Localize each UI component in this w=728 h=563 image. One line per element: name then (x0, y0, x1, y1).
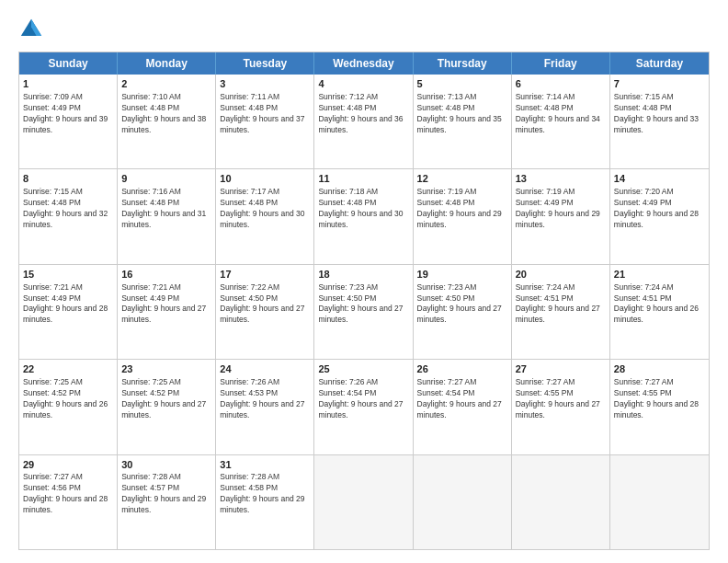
calendar-row: 1Sunrise: 7:09 AM Sunset: 4:49 PM Daylig… (19, 75, 709, 169)
weekday-header: Friday (512, 52, 610, 75)
cell-info: Sunrise: 7:19 AM Sunset: 4:48 PM Dayligh… (417, 187, 507, 231)
calendar-cell: 21Sunrise: 7:24 AM Sunset: 4:51 PM Dayli… (610, 265, 709, 359)
calendar-row: 22Sunrise: 7:25 AM Sunset: 4:52 PM Dayli… (19, 360, 709, 454)
calendar-row: 8Sunrise: 7:15 AM Sunset: 4:48 PM Daylig… (19, 169, 709, 264)
cell-info: Sunrise: 7:22 AM Sunset: 4:50 PM Dayligh… (220, 282, 310, 327)
calendar-cell: 24Sunrise: 7:26 AM Sunset: 4:53 PM Dayli… (216, 360, 314, 454)
cell-info: Sunrise: 7:21 AM Sunset: 4:49 PM Dayligh… (121, 282, 211, 327)
day-number: 5 (417, 77, 507, 91)
day-number: 27 (516, 362, 606, 376)
day-number: 26 (417, 362, 507, 376)
cell-info: Sunrise: 7:25 AM Sunset: 4:52 PM Dayligh… (23, 377, 113, 421)
cell-info: Sunrise: 7:23 AM Sunset: 4:50 PM Dayligh… (417, 282, 507, 327)
calendar-cell: 23Sunrise: 7:25 AM Sunset: 4:52 PM Dayli… (118, 360, 216, 454)
calendar-cell: 27Sunrise: 7:27 AM Sunset: 4:55 PM Dayli… (512, 360, 610, 454)
cell-info: Sunrise: 7:10 AM Sunset: 4:48 PM Dayligh… (121, 92, 211, 136)
cell-info: Sunrise: 7:27 AM Sunset: 4:54 PM Dayligh… (417, 377, 507, 421)
calendar-cell: 3Sunrise: 7:11 AM Sunset: 4:48 PM Daylig… (216, 75, 314, 168)
cell-info: Sunrise: 7:27 AM Sunset: 4:55 PM Dayligh… (516, 377, 606, 421)
cell-info: Sunrise: 7:20 AM Sunset: 4:49 PM Dayligh… (614, 187, 705, 231)
day-number: 19 (417, 268, 507, 282)
logo-icon (18, 17, 44, 42)
cell-info: Sunrise: 7:18 AM Sunset: 4:48 PM Dayligh… (318, 187, 408, 231)
calendar-cell: 14Sunrise: 7:20 AM Sunset: 4:49 PM Dayli… (610, 169, 709, 263)
cell-info: Sunrise: 7:14 AM Sunset: 4:48 PM Dayligh… (516, 92, 606, 136)
weekday-header: Tuesday (216, 52, 314, 75)
calendar-header: SundayMondayTuesdayWednesdayThursdayFrid… (19, 52, 709, 75)
cell-info: Sunrise: 7:15 AM Sunset: 4:48 PM Dayligh… (23, 187, 113, 231)
calendar-cell: 7Sunrise: 7:15 AM Sunset: 4:48 PM Daylig… (610, 75, 709, 168)
cell-info: Sunrise: 7:23 AM Sunset: 4:50 PM Dayligh… (318, 282, 408, 327)
calendar-cell: 4Sunrise: 7:12 AM Sunset: 4:48 PM Daylig… (314, 75, 413, 168)
cell-info: Sunrise: 7:13 AM Sunset: 4:48 PM Dayligh… (417, 92, 507, 136)
calendar-row: 15Sunrise: 7:21 AM Sunset: 4:49 PM Dayli… (19, 265, 709, 360)
logo (18, 17, 48, 42)
calendar-cell: 28Sunrise: 7:27 AM Sunset: 4:55 PM Dayli… (610, 360, 709, 454)
cell-info: Sunrise: 7:24 AM Sunset: 4:51 PM Dayligh… (614, 282, 705, 327)
calendar-cell: 20Sunrise: 7:24 AM Sunset: 4:51 PM Dayli… (512, 265, 610, 359)
calendar-cell (512, 455, 610, 549)
calendar-cell (414, 455, 512, 549)
calendar-cell: 19Sunrise: 7:23 AM Sunset: 4:50 PM Dayli… (414, 265, 512, 359)
cell-info: Sunrise: 7:28 AM Sunset: 4:58 PM Dayligh… (220, 472, 310, 516)
calendar-cell (314, 455, 413, 549)
weekday-header: Wednesday (314, 52, 413, 75)
cell-info: Sunrise: 7:25 AM Sunset: 4:52 PM Dayligh… (121, 377, 211, 421)
calendar-cell: 16Sunrise: 7:21 AM Sunset: 4:49 PM Dayli… (118, 265, 216, 359)
calendar-cell: 13Sunrise: 7:19 AM Sunset: 4:49 PM Dayli… (512, 169, 610, 263)
cell-info: Sunrise: 7:15 AM Sunset: 4:48 PM Dayligh… (614, 92, 705, 136)
cell-info: Sunrise: 7:09 AM Sunset: 4:49 PM Dayligh… (23, 92, 113, 136)
weekday-header: Saturday (610, 52, 709, 75)
calendar-cell: 17Sunrise: 7:22 AM Sunset: 4:50 PM Dayli… (216, 265, 314, 359)
day-number: 8 (23, 172, 113, 186)
day-number: 10 (220, 172, 310, 186)
day-number: 22 (23, 362, 113, 376)
day-number: 4 (318, 77, 408, 91)
calendar-cell: 2Sunrise: 7:10 AM Sunset: 4:48 PM Daylig… (118, 75, 216, 168)
cell-info: Sunrise: 7:12 AM Sunset: 4:48 PM Dayligh… (318, 92, 408, 136)
calendar-cell: 5Sunrise: 7:13 AM Sunset: 4:48 PM Daylig… (414, 75, 512, 168)
cell-info: Sunrise: 7:24 AM Sunset: 4:51 PM Dayligh… (516, 282, 606, 327)
day-number: 6 (516, 77, 606, 91)
cell-info: Sunrise: 7:16 AM Sunset: 4:48 PM Dayligh… (121, 187, 211, 231)
day-number: 23 (121, 362, 211, 376)
day-number: 21 (614, 268, 705, 282)
calendar-cell: 18Sunrise: 7:23 AM Sunset: 4:50 PM Dayli… (314, 265, 413, 359)
calendar-cell: 8Sunrise: 7:15 AM Sunset: 4:48 PM Daylig… (19, 169, 118, 263)
calendar-cell: 15Sunrise: 7:21 AM Sunset: 4:49 PM Dayli… (19, 265, 118, 359)
page: SundayMondayTuesdayWednesdayThursdayFrid… (0, 0, 728, 563)
day-number: 28 (614, 362, 705, 376)
cell-info: Sunrise: 7:26 AM Sunset: 4:54 PM Dayligh… (318, 377, 408, 421)
cell-info: Sunrise: 7:11 AM Sunset: 4:48 PM Dayligh… (220, 92, 310, 136)
calendar-body: 1Sunrise: 7:09 AM Sunset: 4:49 PM Daylig… (19, 75, 709, 549)
calendar-cell (610, 455, 709, 549)
cell-info: Sunrise: 7:19 AM Sunset: 4:49 PM Dayligh… (516, 187, 606, 231)
calendar-row: 29Sunrise: 7:27 AM Sunset: 4:56 PM Dayli… (19, 455, 709, 549)
calendar-cell: 9Sunrise: 7:16 AM Sunset: 4:48 PM Daylig… (118, 169, 216, 263)
day-number: 1 (23, 77, 113, 91)
calendar-cell: 11Sunrise: 7:18 AM Sunset: 4:48 PM Dayli… (314, 169, 413, 263)
calendar-cell: 12Sunrise: 7:19 AM Sunset: 4:48 PM Dayli… (414, 169, 512, 263)
day-number: 3 (220, 77, 310, 91)
day-number: 18 (318, 268, 408, 282)
day-number: 13 (516, 172, 606, 186)
day-number: 25 (318, 362, 408, 376)
day-number: 24 (220, 362, 310, 376)
calendar-cell: 26Sunrise: 7:27 AM Sunset: 4:54 PM Dayli… (414, 360, 512, 454)
cell-info: Sunrise: 7:27 AM Sunset: 4:56 PM Dayligh… (23, 472, 113, 516)
day-number: 12 (417, 172, 507, 186)
calendar-cell: 30Sunrise: 7:28 AM Sunset: 4:57 PM Dayli… (118, 455, 216, 549)
day-number: 29 (23, 458, 113, 472)
calendar-cell: 31Sunrise: 7:28 AM Sunset: 4:58 PM Dayli… (216, 455, 314, 549)
cell-info: Sunrise: 7:28 AM Sunset: 4:57 PM Dayligh… (121, 472, 211, 516)
weekday-header: Sunday (19, 52, 118, 75)
day-number: 14 (614, 172, 705, 186)
day-number: 2 (121, 77, 211, 91)
day-number: 9 (121, 172, 211, 186)
day-number: 7 (614, 77, 705, 91)
header (18, 17, 710, 42)
cell-info: Sunrise: 7:26 AM Sunset: 4:53 PM Dayligh… (220, 377, 310, 421)
cell-info: Sunrise: 7:27 AM Sunset: 4:55 PM Dayligh… (614, 377, 705, 421)
day-number: 31 (220, 458, 310, 472)
day-number: 30 (121, 458, 211, 472)
